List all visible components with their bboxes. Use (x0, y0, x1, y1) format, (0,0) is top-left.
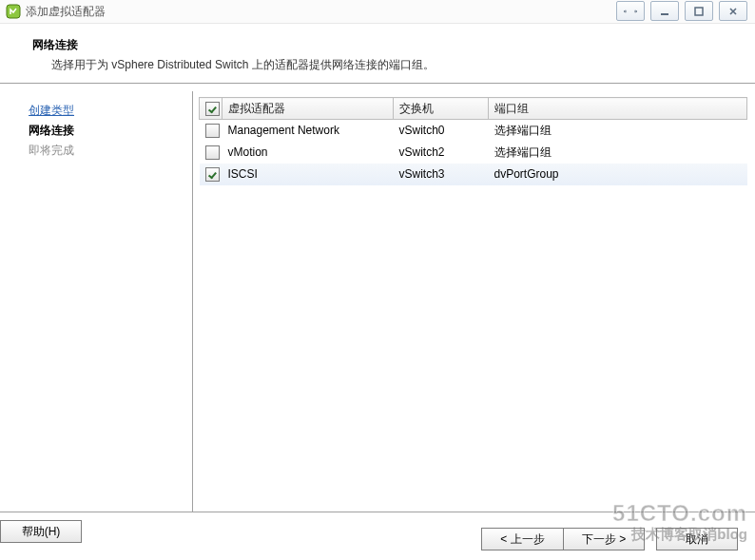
back-button[interactable]: < 上一步 (481, 528, 563, 550)
row-checkbox[interactable] (205, 167, 220, 182)
main-panel: 虚拟适配器 交换机 端口组 Management NetworkvSwitch0… (193, 91, 755, 512)
table-row[interactable]: vMotionvSwitch2选择端口组 (200, 142, 747, 164)
wizard-step-network-connect: 网络连接 (29, 123, 192, 139)
cell-portgroup[interactable]: 选择端口组 (489, 120, 747, 142)
master-checkbox[interactable] (205, 102, 220, 116)
cell-portgroup[interactable]: dvPortGroup (489, 164, 747, 185)
table-header-row: 虚拟适配器 交换机 端口组 (200, 98, 747, 120)
wizard-step-create-type[interactable]: 创建类型 (29, 103, 192, 119)
cancel-button[interactable]: 取消 (656, 528, 738, 550)
row-checkbox[interactable] (205, 145, 220, 160)
minimize-button[interactable] (650, 1, 679, 21)
cell-switch: vSwitch2 (394, 142, 489, 164)
maximize-button[interactable] (685, 1, 713, 21)
column-switch[interactable]: 交换机 (394, 98, 489, 120)
page-title: 网络连接 (32, 37, 730, 53)
nav-back-icon[interactable] (616, 1, 645, 21)
cell-adapter: vMotion (223, 142, 394, 164)
titlebar: 添加虚拟适配器 (0, 0, 755, 24)
svg-rect-2 (695, 8, 703, 15)
page-subtitle: 选择用于为 vSphere Distributed Switch 上的适配器提供… (32, 57, 730, 73)
column-adapter[interactable]: 虚拟适配器 (223, 98, 394, 120)
app-icon (6, 4, 21, 19)
wizard-steps-sidebar: 创建类型 网络连接 即将完成 (0, 91, 193, 512)
table-row[interactable]: Management NetworkvSwitch0选择端口组 (200, 120, 747, 142)
wizard-step-ready: 即将完成 (29, 143, 192, 159)
cell-adapter: ISCSI (223, 164, 394, 185)
header-checkbox-cell[interactable] (200, 98, 223, 120)
close-button[interactable] (719, 1, 747, 21)
column-portgroup[interactable]: 端口组 (489, 98, 747, 120)
next-button[interactable]: 下一步 > (563, 528, 645, 550)
row-checkbox[interactable] (205, 124, 220, 138)
header: 网络连接 选择用于为 vSphere Distributed Switch 上的… (0, 24, 755, 83)
cell-portgroup[interactable]: 选择端口组 (489, 142, 747, 164)
svg-rect-1 (661, 13, 668, 15)
cell-switch: vSwitch3 (394, 164, 489, 185)
divider (0, 83, 755, 85)
adapter-table: 虚拟适配器 交换机 端口组 Management NetworkvSwitch0… (199, 97, 747, 185)
help-button[interactable]: 帮助(H) (0, 520, 82, 543)
cell-switch: vSwitch0 (394, 120, 489, 142)
table-row[interactable]: ISCSIvSwitch3dvPortGroup (200, 164, 747, 185)
cell-adapter: Management Network (223, 120, 394, 142)
footer: 帮助(H) < 上一步 下一步 > 取消 (0, 512, 755, 550)
window-title: 添加虚拟适配器 (26, 4, 106, 20)
